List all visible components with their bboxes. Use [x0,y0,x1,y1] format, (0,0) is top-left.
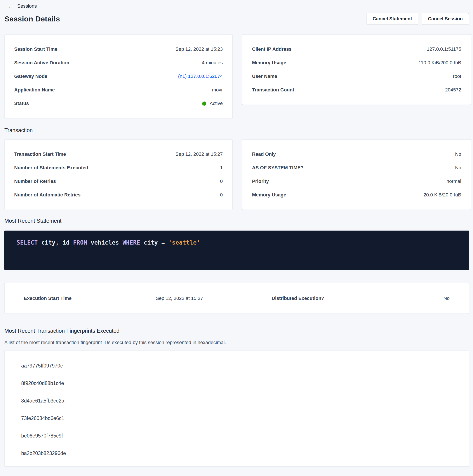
sql-text: city = [140,239,168,246]
statement-section-title: Most Recent Statement [4,218,469,224]
session-active-duration-value: 4 minutes [202,60,223,66]
transaction-count-value: 204572 [445,87,461,93]
transaction-cards: Transaction Start Time Sep 12, 2022 at 1… [4,139,469,210]
table-row: Session Start Time Sep 12, 2022 at 15:23 [14,42,223,56]
fingerprints-description: A list of the most recent transaction fi… [4,340,469,345]
row-label: Number of Statements Executed [14,165,88,171]
row-label: Number of Retries [14,178,56,184]
client-ip-value: 127.0.0.1:51175 [427,46,461,52]
distributed-execution-value: No [443,296,450,301]
row-label: Client IP Address [252,46,292,52]
sql-text: vehicles [87,239,123,246]
session-summary-cards: Session Start Time Sep 12, 2022 at 15:23… [4,34,469,118]
session-summary-card-right: Client IP Address 127.0.0.1:51175 Memory… [242,34,471,105]
table-row: Read Only No [252,147,461,161]
fingerprints-section-title: Most Recent Transaction Fingerprints Exe… [4,328,469,334]
row-label: Application Name [14,87,55,93]
row-label: Distributed Execution? [272,296,324,301]
table-row: Memory Usage 110.0 KiB/200.0 KiB [252,56,461,69]
status-active-dot-icon [202,102,206,106]
table-row: Status Active [14,97,223,110]
row-label: Priority [252,178,269,184]
row-label: Status [14,101,29,106]
distributed-execution-pair: Distributed Execution? No [272,296,450,301]
transaction-start-time-value: Sep 12, 2022 at 15:27 [175,151,223,157]
memory-usage-value: 110.0 KiB/200.0 KiB [419,60,461,66]
sql-keyword: FROM [73,239,87,246]
list-item: aa79775ff097970c [14,357,459,374]
table-row: User Name root [252,69,461,83]
sql-keyword: SELECT [16,239,38,246]
list-item: 8d4ae61a5fb3ce2a [14,392,459,409]
priority-value: normal [447,178,461,184]
table-row: Client IP Address 127.0.0.1:51175 [252,42,461,56]
back-link-label: Sessions [17,3,37,9]
row-label: Memory Usage [252,60,286,66]
sql-statement-box: SELECT city, id FROM vehicles WHERE city… [4,231,469,270]
page-title: Session Details [4,15,60,23]
list-item: 8f920c40d88b1c4e [14,374,459,392]
read-only-value: No [455,151,461,157]
back-row: ← Sessions [4,2,469,10]
title-actions: Cancel Statement Cancel Session [367,13,469,25]
table-row: Number of Automatic Retries 0 [14,188,223,202]
transaction-card-right: Read Only No AS OF SYSTEM TIME? No Prior… [242,139,471,210]
list-item: be06e9570f785c9f [14,427,459,444]
table-row: Gateway Node (n1) 127.0.0.1:62674 [14,69,223,83]
list-item: ba2b203b823296de [14,444,459,462]
transaction-memory-usage-value: 20.0 KiB/20.0 KiB [424,192,461,198]
sql-string-literal: 'seattle' [168,239,200,246]
row-label: Execution Start Time [24,296,71,301]
application-name-value: movr [212,87,223,93]
row-label: Memory Usage [252,192,286,198]
back-to-sessions-link[interactable]: ← Sessions [4,3,37,9]
row-label: Session Start Time [14,46,57,52]
title-row: Session Details Cancel Statement Cancel … [4,12,469,26]
table-row: Memory Usage 20.0 KiB/20.0 KiB [252,188,461,202]
table-row: Number of Retries 0 [14,175,223,188]
sql-keyword: WHERE [123,239,140,246]
list-item: 73fe26034bd6e6c1 [14,409,459,427]
transaction-card-left: Transaction Start Time Sep 12, 2022 at 1… [4,139,233,210]
user-name-value: root [453,73,461,79]
fingerprints-card: aa79775ff097970c 8f920c40d88b1c4e 8d4ae6… [4,351,469,467]
as-of-system-time-value: No [455,165,461,171]
sql-text: city, id [38,239,73,246]
table-row: Transaction Start Time Sep 12, 2022 at 1… [14,147,223,161]
session-start-time-value: Sep 12, 2022 at 15:23 [175,46,223,52]
table-row: Number of Statements Executed 1 [14,161,223,175]
status-badge: Active [202,101,223,106]
cancel-statement-button[interactable]: Cancel Statement [367,13,418,25]
row-label: Number of Automatic Retries [14,192,81,198]
row-label: Gateway Node [14,73,48,79]
row-label: Session Active Duration [14,60,69,66]
statements-executed-value: 1 [220,165,223,171]
table-row: Application Name movr [14,83,223,97]
back-arrow-icon: ← [8,3,14,9]
sql-statement-text: SELECT city, id FROM vehicles WHERE city… [16,239,469,246]
row-label: Transaction Count [252,87,294,93]
session-summary-card-left: Session Start Time Sep 12, 2022 at 15:23… [4,34,233,118]
automatic-retries-value: 0 [220,192,223,198]
session-details-page: ← Sessions Session Details Cancel Statem… [0,0,473,467]
row-label: AS OF SYSTEM TIME? [252,165,304,171]
row-label: Transaction Start Time [14,151,66,157]
table-row: Transaction Count 204572 [252,83,461,97]
execution-row: Execution Start Time Sep 12, 2022 at 15:… [14,296,459,301]
row-label: User Name [252,73,277,79]
retries-value: 0 [220,178,223,184]
table-row: Priority normal [252,175,461,188]
table-row: AS OF SYSTEM TIME? No [252,161,461,175]
table-row: Session Active Duration 4 minutes [14,56,223,69]
gateway-node-link[interactable]: (n1) 127.0.0.1:62674 [178,73,223,79]
transaction-section-title: Transaction [4,127,469,134]
execution-start-time-value: Sep 12, 2022 at 15:27 [156,296,203,301]
status-value: Active [210,101,223,106]
cancel-session-button[interactable]: Cancel Session [422,13,469,25]
execution-start-time-pair: Execution Start Time Sep 12, 2022 at 15:… [24,296,203,301]
execution-card: Execution Start Time Sep 12, 2022 at 15:… [4,283,469,314]
row-label: Read Only [252,151,276,157]
